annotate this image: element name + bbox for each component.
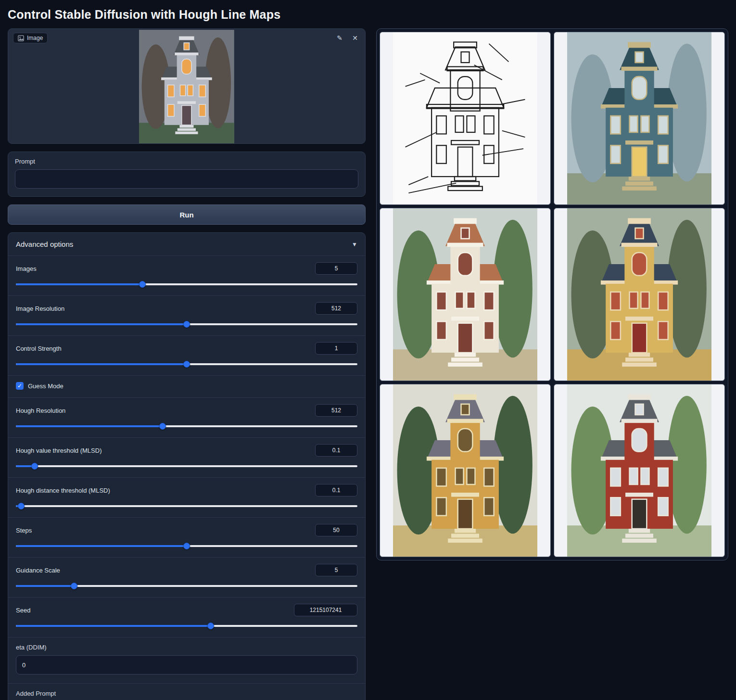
slider-handle[interactable]: [183, 321, 190, 328]
images-slider[interactable]: [16, 281, 357, 288]
main-layout: Image ✎ ✕ Prompt Run Advanced options ▼ …: [0, 28, 736, 700]
prompt-panel: Prompt: [8, 152, 366, 197]
images-label: Images: [16, 265, 37, 272]
prompt-label: Prompt: [15, 158, 358, 165]
slider-row-seed: Seed: [8, 597, 365, 637]
gallery-item-4[interactable]: [554, 208, 725, 381]
slider-fill: [16, 625, 211, 627]
hough-value-threshold-mlsd-label: Hough value threshold (MLSD): [16, 447, 102, 454]
slider-handle[interactable]: [183, 543, 190, 549]
checkbox-row-guess-mode: ✓Guess Mode: [8, 375, 365, 397]
guidance-scale-slider[interactable]: [16, 583, 357, 589]
eta-input[interactable]: [16, 655, 357, 675]
gallery-item-5[interactable]: [380, 384, 551, 557]
gallery-grid: [380, 32, 725, 557]
seed-value-input[interactable]: [294, 604, 357, 616]
input-image-actions: ✎ ✕: [334, 33, 360, 43]
house-illustration-result-teal-house: [567, 32, 711, 204]
hough-value-threshold-mlsd-value-input[interactable]: [315, 444, 357, 457]
images-value-input[interactable]: [315, 262, 357, 275]
left-column: Image ✎ ✕ Prompt Run Advanced options ▼ …: [8, 28, 366, 700]
slider-fill: [16, 363, 187, 365]
house-illustration-hough-line-map: [393, 32, 537, 204]
added-prompt-row: Added Prompt: [8, 683, 365, 700]
right-column: [376, 28, 728, 560]
slider-row-steps: Steps: [8, 517, 365, 557]
accordion-arrow-icon: ▼: [352, 241, 357, 248]
eta-label: eta (DDIM): [16, 644, 357, 651]
seed-slider[interactable]: [16, 623, 357, 629]
slider-handle[interactable]: [18, 503, 25, 509]
hough-resolution-label: Hough Resolution: [16, 407, 65, 414]
result-gallery: [376, 28, 728, 560]
advanced-options-panel: Advanced options ▼ ImagesImage Resolutio…: [8, 232, 366, 700]
edit-image-button[interactable]: ✎: [334, 33, 345, 43]
slider-handle[interactable]: [71, 583, 77, 589]
control-strength-slider[interactable]: [16, 361, 357, 368]
hough-value-threshold-mlsd-slider[interactable]: [16, 463, 357, 470]
slider-fill: [16, 545, 187, 547]
slider-row-hough-distance-threshold-mlsd: Hough distance threshold (MLSD): [8, 477, 365, 517]
advanced-options-accordion[interactable]: Advanced options ▼: [8, 233, 365, 255]
image-resolution-slider[interactable]: [16, 321, 357, 328]
input-image[interactable]: [8, 30, 365, 143]
slider-row-images: Images: [8, 255, 365, 295]
page-title: Control Stable Diffusion with Hough Line…: [0, 0, 736, 28]
control-strength-label: Control Strength: [16, 345, 62, 352]
input-image-panel: Image ✎ ✕: [8, 28, 366, 144]
image-resolution-label: Image Resolution: [16, 305, 64, 312]
slider-fill: [16, 323, 187, 325]
control-strength-value-input[interactable]: [315, 342, 357, 355]
slider-row-hough-resolution: Hough Resolution: [8, 397, 365, 437]
hough-distance-threshold-mlsd-label: Hough distance threshold (MLSD): [16, 487, 110, 494]
gallery-item-1[interactable]: [380, 32, 551, 205]
eta-row: eta (DDIM): [8, 637, 365, 683]
slider-fill: [16, 425, 163, 427]
slider-handle[interactable]: [183, 361, 190, 368]
gallery-item-3[interactable]: [380, 208, 551, 381]
image-resolution-value-input[interactable]: [315, 302, 357, 315]
input-image-label-text: Image: [27, 35, 43, 41]
slider-row-hough-value-threshold-mlsd: Hough value threshold (MLSD): [8, 437, 365, 477]
slider-handle[interactable]: [31, 463, 38, 470]
slider-row-guidance-scale: Guidance Scale: [8, 557, 365, 597]
house-illustration-result-white-house: [393, 208, 537, 381]
run-button[interactable]: Run: [8, 204, 366, 225]
house-illustration-undefined: [139, 30, 234, 143]
checkbox-checked-icon: ✓: [16, 382, 24, 390]
advanced-options-label: Advanced options: [16, 240, 73, 248]
hough-distance-threshold-mlsd-value-input[interactable]: [315, 484, 357, 496]
hough-distance-threshold-mlsd-slider[interactable]: [16, 503, 357, 509]
advanced-rows: ImagesImage ResolutionControl Strength✓G…: [8, 255, 365, 637]
steps-label: Steps: [16, 527, 32, 534]
hough-resolution-slider[interactable]: [16, 423, 357, 430]
house-illustration-result-yellow-house: [567, 208, 711, 381]
guidance-scale-label: Guidance Scale: [16, 567, 60, 574]
slider-handle[interactable]: [139, 281, 146, 288]
slider-handle[interactable]: [207, 623, 214, 629]
slider-fill: [16, 283, 142, 285]
seed-label: Seed: [16, 607, 30, 614]
steps-value-input[interactable]: [315, 524, 357, 536]
prompt-input[interactable]: [15, 169, 358, 189]
image-icon: [18, 35, 24, 41]
clear-image-button[interactable]: ✕: [350, 33, 360, 43]
guidance-scale-value-input[interactable]: [315, 564, 357, 576]
slider-row-image-resolution: Image Resolution: [8, 295, 365, 335]
input-image-label: Image: [13, 33, 48, 43]
steps-slider[interactable]: [16, 543, 357, 549]
slider-fill: [16, 585, 74, 587]
house-illustration-result-golden-house: [393, 384, 537, 557]
house-illustration-result-red-house: [567, 384, 711, 557]
guess-mode-checkbox[interactable]: ✓Guess Mode: [16, 382, 357, 390]
hough-resolution-value-input[interactable]: [315, 404, 357, 417]
gallery-item-2[interactable]: [554, 32, 725, 205]
gallery-item-6[interactable]: [554, 384, 725, 557]
slider-handle[interactable]: [159, 423, 166, 430]
slider-row-control-strength: Control Strength: [8, 335, 365, 375]
added-prompt-label: Added Prompt: [16, 690, 357, 697]
guess-mode-label: Guess Mode: [28, 382, 63, 390]
